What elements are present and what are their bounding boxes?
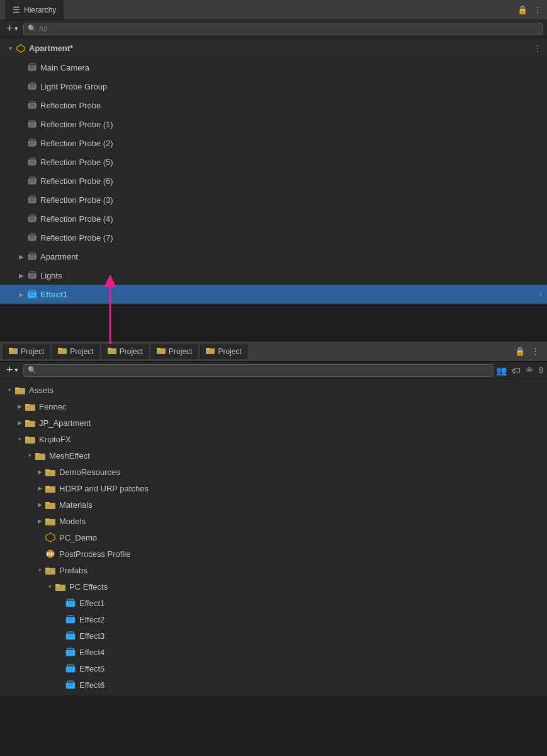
- list-icon: ☰: [13, 5, 20, 14]
- project-toolbar-icons: 👥 🏷 👁 8: [496, 365, 543, 375]
- hierarchy-item[interactable]: Reflection Probe (3): [0, 190, 547, 209]
- asset-item[interactable]: Effect6: [0, 677, 547, 693]
- svg-rect-66: [15, 387, 20, 389]
- search-box: 🔍: [23, 23, 543, 35]
- hierarchy-item[interactable]: Reflection Probe (7): [0, 228, 547, 247]
- hierarchy-tab-bar: ☰ Hierarchy 🔒 ⋮: [0, 0, 547, 20]
- asset-arrow[interactable]: ▶: [35, 469, 44, 475]
- project-tab[interactable]: Project: [150, 344, 198, 359]
- asset-label: Prefabs: [59, 566, 87, 575]
- asset-arrow[interactable]: ▾: [45, 583, 54, 590]
- lock-icon[interactable]: 🔒: [517, 5, 527, 14]
- hierarchy-tab-icons: 🔒 ⋮: [517, 5, 542, 14]
- project-add-button[interactable]: + ▾: [4, 362, 21, 378]
- scene-icon: [15, 43, 26, 54]
- asset-arrow[interactable]: ▶: [35, 501, 44, 508]
- tree-arrow[interactable]: ▶: [16, 291, 26, 298]
- asset-item[interactable]: ▾ Prefabs: [0, 562, 547, 578]
- project-menu-icon[interactable]: ⋮: [531, 346, 539, 356]
- asset-item[interactable]: PC_Demo: [0, 529, 547, 546]
- root-context-menu[interactable]: ⋮: [533, 43, 542, 54]
- asset-item[interactable]: ▶ Fennec: [0, 398, 547, 415]
- asset-item[interactable]: ▶ DemoResources: [0, 464, 547, 480]
- hierarchy-item[interactable]: ▶ Apartment: [0, 247, 547, 266]
- hierarchy-item[interactable]: Reflection Probe (1): [0, 115, 547, 134]
- asset-label: KriptoFX: [39, 435, 71, 444]
- hierarchy-panel: ☰ Hierarchy 🔒 ⋮ + ▾ 🔍 ▾ Apartment* ⋮: [0, 0, 547, 306]
- hierarchy-item[interactable]: ▶ Effect1›: [0, 285, 547, 304]
- asset-item[interactable]: ▶ HDRP and URP patches: [0, 480, 547, 496]
- hierarchy-tree: ▾ Apartment* ⋮ Main Camera Light Probe G…: [0, 38, 547, 305]
- item-label: Lights: [40, 271, 62, 280]
- item-label: Reflection Probe (5): [40, 158, 113, 167]
- item-icon: [26, 156, 38, 168]
- project-search-input[interactable]: [39, 366, 490, 375]
- asset-item[interactable]: ▶ JP_Apartment: [0, 415, 547, 431]
- hierarchy-item[interactable]: Light Probe Group: [0, 77, 547, 96]
- asset-arrow[interactable]: ▾: [25, 452, 34, 459]
- asset-arrow[interactable]: ▶: [15, 420, 24, 426]
- asset-item[interactable]: ▾ KriptoFX: [0, 431, 547, 447]
- tab-folder-icon: [58, 346, 67, 357]
- menu-icon[interactable]: ⋮: [534, 5, 542, 14]
- svg-rect-58: [58, 348, 62, 350]
- asset-arrow[interactable]: ▶: [35, 518, 44, 524]
- asset-arrow[interactable]: ▾: [5, 387, 14, 393]
- project-tab[interactable]: Project: [200, 344, 247, 359]
- tree-arrow[interactable]: ▶: [16, 272, 26, 279]
- tree-arrow[interactable]: ▶: [16, 253, 26, 260]
- item-icon: [26, 137, 38, 149]
- tab-folder-icon: [206, 346, 215, 357]
- asset-icon: [64, 647, 77, 657]
- asset-arrow[interactable]: ▶: [15, 403, 24, 410]
- add-button[interactable]: + ▾: [4, 21, 21, 37]
- asset-icon: [24, 418, 37, 428]
- project-tab[interactable]: Project: [52, 344, 99, 359]
- project-tab[interactable]: Project: [101, 344, 149, 359]
- people-icon[interactable]: 👥: [496, 365, 507, 375]
- project-tab-label: Project: [169, 347, 192, 356]
- asset-item[interactable]: ▶ Materials: [0, 496, 547, 513]
- svg-rect-74: [35, 453, 40, 455]
- asset-label: Materials: [59, 500, 93, 510]
- asset-item[interactable]: Effect5: [0, 660, 547, 677]
- asset-label: Effect6: [79, 680, 104, 690]
- hierarchy-item[interactable]: Reflection Probe (2): [0, 134, 547, 152]
- item-icon: [26, 81, 38, 92]
- asset-item[interactable]: ▾ Assets: [0, 382, 547, 398]
- hierarchy-item[interactable]: Reflection Probe (6): [0, 171, 547, 190]
- search-input[interactable]: [39, 25, 539, 33]
- hierarchy-item[interactable]: Reflection Probe: [0, 96, 547, 115]
- asset-label: PostProcess Profile: [59, 549, 130, 559]
- hierarchy-item[interactable]: ▶ Lights: [0, 266, 547, 285]
- hierarchy-item[interactable]: Reflection Probe (4): [0, 209, 547, 228]
- asset-icon: [44, 565, 57, 575]
- asset-item[interactable]: ▾ MeshEffect: [0, 447, 547, 464]
- asset-item[interactable]: PP PostProcess Profile: [0, 546, 547, 562]
- project-tab-bar: Project Project Project Project Project …: [0, 341, 547, 362]
- asset-item[interactable]: Effect4: [0, 644, 547, 660]
- project-tab-label: Project: [120, 347, 143, 356]
- project-tab[interactable]: Project: [3, 344, 50, 359]
- hierarchy-item[interactable]: Reflection Probe (5): [0, 152, 547, 171]
- hierarchy-item[interactable]: Main Camera: [0, 58, 547, 77]
- asset-item[interactable]: ▾ PC Effects: [0, 578, 547, 595]
- asset-arrow[interactable]: ▾: [35, 567, 44, 573]
- asset-item[interactable]: Effect2: [0, 611, 547, 627]
- eye-count: 8: [539, 366, 543, 375]
- project-lock-icon[interactable]: 🔒: [515, 346, 525, 356]
- asset-item[interactable]: Effect1: [0, 595, 547, 611]
- hierarchy-tab[interactable]: ☰ Hierarchy: [5, 0, 64, 20]
- asset-item[interactable]: ▶ Models: [0, 513, 547, 529]
- asset-arrow[interactable]: ▶: [35, 485, 44, 491]
- asset-arrow[interactable]: ▾: [15, 436, 24, 442]
- tag-icon[interactable]: 🏷: [512, 365, 521, 375]
- hierarchy-tab-label: Hierarchy: [24, 6, 56, 14]
- item-icon: [26, 270, 38, 281]
- eye-off-icon[interactable]: 👁: [526, 365, 534, 375]
- svg-rect-82: [45, 518, 50, 520]
- item-label: Reflection Probe (7): [40, 233, 113, 243]
- asset-icon: [54, 581, 67, 592]
- hierarchy-root-item[interactable]: ▾ Apartment* ⋮: [0, 39, 547, 58]
- asset-item[interactable]: Effect3: [0, 627, 547, 644]
